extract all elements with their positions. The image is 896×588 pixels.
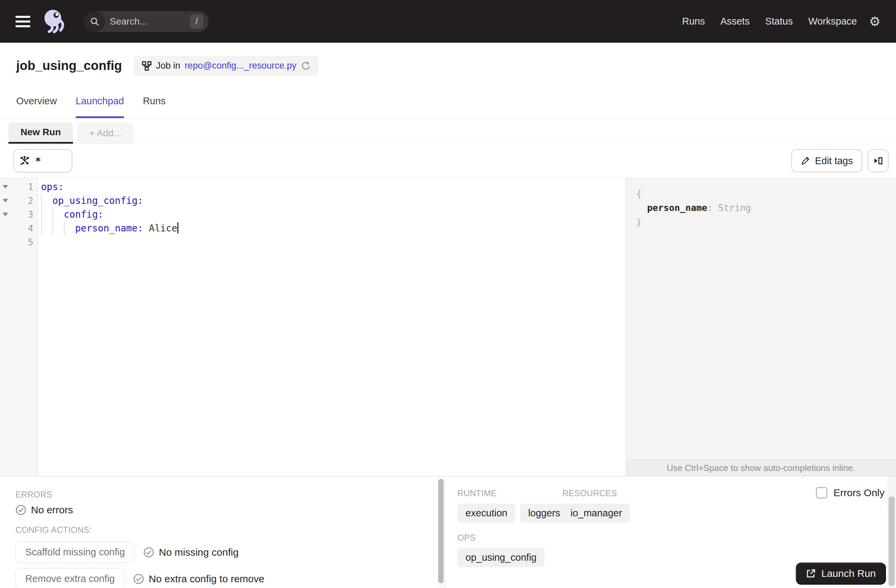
- schema-brace: }: [636, 215, 896, 229]
- scaffold-missing-config-button[interactable]: Scaffold missing config: [15, 542, 135, 563]
- schema-field: person_name: String: [636, 201, 896, 215]
- indent-guide: [41, 194, 42, 235]
- scaffold-row: Scaffold missing config No missing confi…: [15, 542, 437, 563]
- line-number: 5: [11, 237, 37, 247]
- indent-guide: [52, 208, 53, 235]
- launch-run-label: Launch Run: [821, 568, 876, 579]
- code-line: ops:: [41, 180, 626, 194]
- tab-runs[interactable]: Runs: [143, 84, 166, 118]
- structure-panel-scrollbar[interactable]: [887, 476, 896, 588]
- nav-links: Runs Assets Status Workspace: [682, 16, 856, 27]
- job-repo-link[interactable]: repo@config..._resource.py: [185, 61, 297, 71]
- op-selector-input[interactable]: *: [14, 149, 72, 173]
- no-missing-config-row: No missing config: [143, 547, 239, 558]
- scrollbar-thumb[interactable]: [438, 479, 443, 583]
- runtime-label: RUNTIME: [457, 488, 562, 498]
- ops-label: OPS: [457, 533, 887, 542]
- nav-status[interactable]: Status: [765, 16, 793, 27]
- config-actions-label: CONFIG ACTIONS:: [15, 525, 437, 535]
- job-tabs: Overview Launchpad Runs: [0, 84, 896, 119]
- code-line: op_using_config:: [41, 194, 626, 208]
- job-badge-prefix: Job in: [156, 61, 180, 71]
- launch-run-button[interactable]: Launch Run: [796, 562, 886, 585]
- code-line: config:: [41, 208, 626, 221]
- resource-tag[interactable]: io_manager: [562, 504, 630, 523]
- remove-row: Remove extra config No extra config to r…: [15, 568, 437, 588]
- line-number: 4: [11, 223, 37, 234]
- menu-icon[interactable]: [15, 16, 30, 27]
- op-selector-value: *: [35, 155, 41, 167]
- code-line: person_name: Alice: [41, 221, 626, 235]
- errors-panel: ERRORS No errors CONFIG ACTIONS: Scaffol…: [0, 476, 437, 588]
- editor-gutter: 1 2 3 4 5: [0, 178, 38, 476]
- indent-guide: [64, 221, 65, 235]
- tab-new-run[interactable]: New Run: [8, 122, 73, 144]
- nav-assets[interactable]: Assets: [720, 16, 750, 27]
- no-errors-text: No errors: [31, 504, 73, 516]
- line-number: 2: [11, 196, 37, 206]
- global-search: /: [84, 11, 209, 32]
- bottom-panel: ERRORS No errors CONFIG ACTIONS: Scaffol…: [0, 476, 896, 588]
- check-circle-icon: [15, 504, 26, 515]
- resources-label: RESOURCES: [562, 488, 630, 498]
- launchpad-page: / Runs Assets Status Workspace ⚙ job_usi…: [0, 0, 896, 588]
- pencil-icon: [801, 156, 810, 166]
- page-title: job_using_config: [16, 59, 122, 73]
- edit-tags-label: Edit tags: [815, 155, 853, 167]
- code-line: [41, 235, 626, 249]
- nav-workspace[interactable]: Workspace: [808, 16, 857, 27]
- nav-runs[interactable]: Runs: [682, 16, 705, 27]
- fold-arrow-icon[interactable]: [0, 199, 11, 202]
- yaml-editor-area[interactable]: ops: op_using_config: config: person_nam…: [38, 178, 626, 476]
- add-config-tab-button[interactable]: + Add...: [77, 122, 134, 144]
- expand-panel-button[interactable]: [868, 149, 888, 172]
- no-extra-config-text: No extra config to remove: [149, 573, 265, 585]
- fold-arrow-icon[interactable]: [0, 213, 11, 216]
- text-cursor: [177, 222, 178, 234]
- search-input[interactable]: [110, 16, 179, 27]
- errors-label: ERRORS: [15, 490, 437, 500]
- line-number: 1: [11, 182, 37, 192]
- top-navbar: / Runs Assets Status Workspace ⚙: [0, 0, 896, 43]
- errors-only-checkbox[interactable]: [816, 487, 827, 498]
- schema-brace: {: [636, 187, 896, 201]
- launch-icon: [806, 568, 816, 579]
- errors-panel-scrollbar[interactable]: [437, 476, 445, 588]
- line-number: 3: [11, 209, 37, 220]
- run-structure-panel: RUNTIME execution loggers RESOURCES io_m…: [445, 476, 887, 588]
- job-location-badge: Job in repo@config..._resource.py: [134, 56, 318, 76]
- config-editor: 1 2 3 4 5 ops: op_using_config: config: …: [0, 178, 626, 476]
- no-missing-config-text: No missing config: [159, 547, 239, 558]
- no-errors-row: No errors: [15, 504, 437, 516]
- tab-launchpad[interactable]: Launchpad: [76, 84, 124, 118]
- job-header: job_using_config Job in repo@config..._r…: [0, 43, 896, 84]
- scrollbar-thumb[interactable]: [888, 497, 894, 586]
- config-tabs: New Run + Add...: [0, 119, 896, 144]
- runtime-tag[interactable]: execution: [457, 504, 515, 523]
- no-extra-config-row: No extra config to remove: [133, 573, 265, 585]
- launchpad-toolbar: * Edit tags: [0, 144, 896, 178]
- dagster-logo-icon[interactable]: [43, 8, 69, 35]
- edit-tags-button[interactable]: Edit tags: [791, 149, 862, 172]
- settings-gear-icon[interactable]: ⚙: [869, 15, 881, 28]
- check-circle-icon: [133, 574, 144, 584]
- remove-extra-config-button[interactable]: Remove extra config: [15, 568, 125, 588]
- reload-icon[interactable]: [301, 61, 310, 71]
- errors-only-control: Errors Only: [816, 487, 885, 498]
- launchpad-main: 1 2 3 4 5 ops: op_using_config: config: …: [0, 178, 896, 476]
- errors-only-label: Errors Only: [834, 487, 885, 498]
- tab-overview[interactable]: Overview: [16, 84, 57, 118]
- op-selector-icon: [20, 155, 30, 166]
- op-tag[interactable]: op_using_config: [457, 548, 545, 567]
- runtime-tag[interactable]: loggers: [520, 504, 568, 523]
- expand-panel-icon: [873, 156, 883, 166]
- autocomplete-hint: Use Ctrl+Space to show auto-completions …: [626, 460, 896, 476]
- config-schema-panel: { person_name: String } Use Ctrl+Space t…: [626, 178, 896, 476]
- workspace-hierarchy-icon: [142, 61, 152, 71]
- check-circle-icon: [143, 547, 154, 558]
- search-icon: [84, 11, 105, 32]
- search-shortcut-badge: /: [190, 14, 203, 29]
- fold-arrow-icon[interactable]: [0, 185, 11, 189]
